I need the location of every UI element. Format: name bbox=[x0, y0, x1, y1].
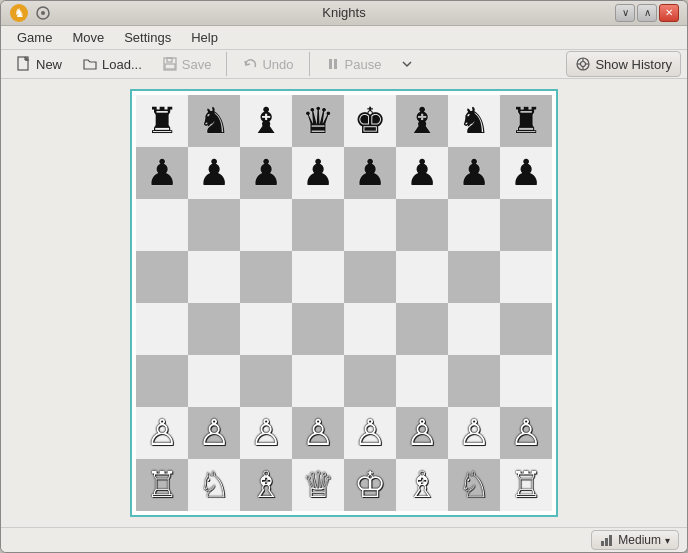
chess-cell[interactable]: ♝ bbox=[240, 95, 292, 147]
chess-cell[interactable]: ♛ bbox=[292, 95, 344, 147]
svg-rect-10 bbox=[329, 59, 332, 69]
main-window: ♞ Knights ∨ ∧ ✕ Game Move Settings Help bbox=[0, 0, 688, 553]
chess-cell[interactable] bbox=[240, 251, 292, 303]
chess-cell[interactable] bbox=[136, 199, 188, 251]
svg-rect-19 bbox=[605, 538, 608, 546]
chess-cell[interactable]: ♟ bbox=[344, 147, 396, 199]
chess-cell[interactable] bbox=[448, 199, 500, 251]
chess-cell[interactable]: ♘ bbox=[448, 459, 500, 511]
minimize-button[interactable]: ∨ bbox=[615, 4, 635, 22]
chess-cell[interactable]: ♖ bbox=[500, 459, 552, 511]
chess-cell[interactable]: ♚ bbox=[344, 95, 396, 147]
chess-cell[interactable] bbox=[344, 355, 396, 407]
chess-cell[interactable] bbox=[188, 355, 240, 407]
chess-cell[interactable]: ♞ bbox=[188, 95, 240, 147]
maximize-button[interactable]: ∧ bbox=[637, 4, 657, 22]
chess-cell[interactable]: ♟ bbox=[188, 147, 240, 199]
chess-cell[interactable] bbox=[136, 355, 188, 407]
chess-cell[interactable]: ♟ bbox=[136, 147, 188, 199]
svg-text:♞: ♞ bbox=[14, 6, 25, 20]
chess-cell[interactable] bbox=[500, 355, 552, 407]
chess-board[interactable]: ♜♞♝♛♚♝♞♜♟♟♟♟♟♟♟♟♙♙♙♙♙♙♙♙♖♘♗♕♔♗♘♖ bbox=[136, 95, 552, 511]
chess-cell[interactable]: ♝ bbox=[396, 95, 448, 147]
chess-cell[interactable] bbox=[344, 199, 396, 251]
chess-cell[interactable]: ♟ bbox=[448, 147, 500, 199]
chess-cell[interactable]: ♙ bbox=[344, 407, 396, 459]
chess-cell[interactable]: ♙ bbox=[292, 407, 344, 459]
chess-cell[interactable]: ♕ bbox=[292, 459, 344, 511]
menu-help[interactable]: Help bbox=[181, 26, 228, 49]
save-button[interactable]: Save bbox=[153, 51, 221, 77]
statusbar: Medium ▾ bbox=[1, 527, 687, 552]
chess-cell[interactable] bbox=[136, 303, 188, 355]
chess-cell[interactable] bbox=[292, 199, 344, 251]
chess-cell[interactable] bbox=[396, 199, 448, 251]
menu-game[interactable]: Game bbox=[7, 26, 62, 49]
save-icon bbox=[162, 56, 178, 72]
chess-cell[interactable] bbox=[500, 303, 552, 355]
close-button[interactable]: ✕ bbox=[659, 4, 679, 22]
chess-cell[interactable]: ♟ bbox=[500, 147, 552, 199]
more-button[interactable] bbox=[392, 51, 422, 77]
chess-cell[interactable] bbox=[292, 251, 344, 303]
chess-board-container: ♜♞♝♛♚♝♞♜♟♟♟♟♟♟♟♟♙♙♙♙♙♙♙♙♖♘♗♕♔♗♘♖ bbox=[130, 89, 558, 517]
chess-cell[interactable] bbox=[188, 251, 240, 303]
chess-cell[interactable] bbox=[448, 251, 500, 303]
chess-cell[interactable] bbox=[448, 355, 500, 407]
pause-button[interactable]: Pause bbox=[316, 51, 391, 77]
chess-cell[interactable] bbox=[240, 199, 292, 251]
chess-cell[interactable]: ♜ bbox=[500, 95, 552, 147]
history-icon bbox=[575, 56, 591, 72]
pause-icon bbox=[325, 56, 341, 72]
difficulty-chevron: ▾ bbox=[665, 535, 670, 546]
chess-cell[interactable]: ♞ bbox=[448, 95, 500, 147]
chess-cell[interactable]: ♙ bbox=[136, 407, 188, 459]
menu-move[interactable]: Move bbox=[62, 26, 114, 49]
chess-cell[interactable] bbox=[136, 251, 188, 303]
chess-cell[interactable]: ♖ bbox=[136, 459, 188, 511]
chess-cell[interactable]: ♔ bbox=[344, 459, 396, 511]
chess-cell[interactable] bbox=[344, 303, 396, 355]
show-history-button[interactable]: Show History bbox=[566, 51, 681, 77]
chess-cell[interactable]: ♙ bbox=[448, 407, 500, 459]
chess-cell[interactable]: ♟ bbox=[240, 147, 292, 199]
chess-cell[interactable]: ♙ bbox=[396, 407, 448, 459]
new-label: New bbox=[36, 57, 62, 72]
chess-cell[interactable]: ♙ bbox=[240, 407, 292, 459]
titlebar-icons: ♞ bbox=[9, 3, 53, 23]
chess-cell[interactable]: ♙ bbox=[500, 407, 552, 459]
chess-cell[interactable]: ♙ bbox=[188, 407, 240, 459]
chess-cell[interactable] bbox=[396, 355, 448, 407]
svg-rect-9 bbox=[165, 64, 175, 69]
chess-cell[interactable] bbox=[500, 199, 552, 251]
chess-cell[interactable] bbox=[188, 303, 240, 355]
chess-cell[interactable]: ♗ bbox=[396, 459, 448, 511]
chess-cell[interactable] bbox=[240, 355, 292, 407]
chess-cell[interactable] bbox=[448, 303, 500, 355]
menu-settings[interactable]: Settings bbox=[114, 26, 181, 49]
titlebar: ♞ Knights ∨ ∧ ✕ bbox=[1, 1, 687, 26]
chess-cell[interactable] bbox=[188, 199, 240, 251]
chess-cell[interactable]: ♜ bbox=[136, 95, 188, 147]
chess-cell[interactable] bbox=[396, 251, 448, 303]
svg-rect-20 bbox=[609, 535, 612, 546]
chess-cell[interactable] bbox=[396, 303, 448, 355]
chess-cell[interactable] bbox=[240, 303, 292, 355]
new-button[interactable]: New bbox=[7, 51, 71, 77]
separator-1 bbox=[226, 52, 227, 76]
chess-cell[interactable]: ♘ bbox=[188, 459, 240, 511]
show-history-label: Show History bbox=[595, 57, 672, 72]
load-button[interactable]: Load... bbox=[73, 51, 151, 77]
chess-cell[interactable]: ♟ bbox=[396, 147, 448, 199]
settings-icon bbox=[33, 3, 53, 23]
chess-cell[interactable] bbox=[292, 303, 344, 355]
chess-cell[interactable] bbox=[344, 251, 396, 303]
chess-cell[interactable]: ♟ bbox=[292, 147, 344, 199]
chess-cell[interactable] bbox=[500, 251, 552, 303]
svg-point-13 bbox=[581, 62, 586, 67]
svg-point-3 bbox=[41, 11, 45, 15]
chess-cell[interactable]: ♗ bbox=[240, 459, 292, 511]
chess-cell[interactable] bbox=[292, 355, 344, 407]
undo-button[interactable]: Undo bbox=[233, 51, 302, 77]
difficulty-selector[interactable]: Medium ▾ bbox=[591, 530, 679, 550]
